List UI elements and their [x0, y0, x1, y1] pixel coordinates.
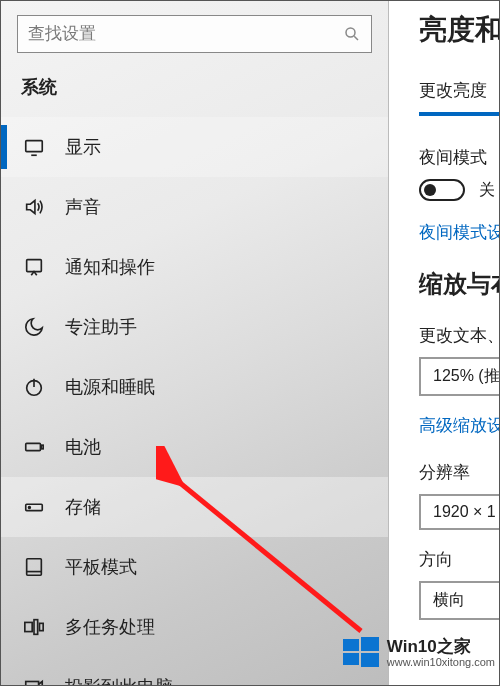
toggle-knob: [424, 184, 436, 196]
svg-rect-14: [25, 622, 32, 631]
nav-item-tablet-mode[interactable]: 平板模式: [1, 537, 388, 597]
nav-item-label: 通知和操作: [65, 255, 155, 279]
nav-item-battery[interactable]: 电池: [1, 417, 388, 477]
nav-item-label: 电池: [65, 435, 101, 459]
svg-point-0: [346, 28, 355, 37]
nav-item-power-sleep[interactable]: 电源和睡眠: [1, 357, 388, 417]
svg-rect-8: [26, 443, 41, 450]
svg-line-1: [354, 36, 358, 40]
scale-heading: 缩放与布: [419, 268, 500, 300]
nav-item-label: 投影到此电脑: [65, 675, 173, 686]
nav-item-label: 多任务处理: [65, 615, 155, 639]
svg-rect-2: [26, 141, 43, 152]
search-container: [1, 1, 388, 63]
storage-icon: [23, 496, 45, 518]
moon-icon: [23, 316, 45, 338]
text-scale-label: 更改文本、: [419, 324, 500, 347]
orientation-dropdown[interactable]: 横向: [419, 581, 500, 620]
nav-item-sound[interactable]: 声音: [1, 177, 388, 237]
svg-rect-16: [40, 623, 44, 630]
nav-item-label: 显示: [65, 135, 101, 159]
brightness-label: 更改亮度: [419, 79, 500, 102]
resolution-dropdown[interactable]: 1920 × 1: [419, 494, 500, 530]
svg-rect-15: [34, 620, 38, 635]
nav-item-label: 声音: [65, 195, 101, 219]
svg-rect-21: [361, 637, 379, 651]
toggle-state: 关: [479, 180, 495, 201]
night-mode-label: 夜间模式: [419, 146, 500, 169]
watermark: Win10之家 www.win10xitong.com: [337, 631, 499, 675]
windows-logo-icon: [341, 633, 381, 673]
nav-item-label: 电源和睡眠: [65, 375, 155, 399]
night-mode-toggle[interactable]: 关: [419, 179, 500, 201]
night-mode-settings-link[interactable]: 夜间模式设: [419, 221, 500, 244]
sound-icon: [23, 196, 45, 218]
nav-item-storage[interactable]: 存储: [1, 477, 388, 537]
resolution-label: 分辨率: [419, 461, 500, 484]
power-icon: [23, 376, 45, 398]
notifications-icon: [23, 256, 45, 278]
nav-item-label: 专注助手: [65, 315, 137, 339]
orientation-label: 方向: [419, 548, 500, 571]
advanced-scale-link[interactable]: 高级缩放设: [419, 414, 500, 437]
nav-item-label: 存储: [65, 495, 101, 519]
svg-rect-22: [343, 653, 359, 665]
nav-item-project[interactable]: 投影到此电脑: [1, 657, 388, 686]
scale-dropdown[interactable]: 125% (推: [419, 357, 500, 396]
settings-sidebar: 系统 显示 声音 通知和操作 专注助手 电源和睡眠 电池: [1, 1, 389, 685]
section-title: 系统: [1, 63, 388, 117]
tablet-icon: [23, 556, 45, 578]
brightness-slider[interactable]: [419, 112, 500, 116]
svg-rect-5: [27, 260, 42, 272]
nav-item-display[interactable]: 显示: [1, 117, 388, 177]
nav-item-multitasking[interactable]: 多任务处理: [1, 597, 388, 657]
svg-rect-20: [343, 639, 359, 651]
project-icon: [23, 676, 45, 686]
svg-point-11: [29, 507, 31, 509]
battery-icon: [23, 436, 45, 458]
svg-rect-23: [361, 653, 379, 667]
content-panel: 亮度和颜 更改亮度 夜间模式 关 夜间模式设 缩放与布 更改文本、 125% (…: [389, 1, 500, 685]
page-title: 亮度和颜: [419, 11, 500, 49]
watermark-title: Win10之家: [387, 638, 495, 657]
nav-item-notifications[interactable]: 通知和操作: [1, 237, 388, 297]
svg-rect-17: [26, 682, 39, 687]
toggle-switch[interactable]: [419, 179, 465, 201]
svg-marker-4: [27, 201, 35, 214]
search-input[interactable]: [28, 24, 343, 44]
display-icon: [23, 136, 45, 158]
svg-rect-12: [27, 559, 42, 576]
nav-item-focus-assist[interactable]: 专注助手: [1, 297, 388, 357]
svg-rect-9: [41, 445, 43, 449]
multitask-icon: [23, 616, 45, 638]
search-icon: [343, 25, 361, 43]
watermark-url: www.win10xitong.com: [387, 656, 495, 668]
search-box[interactable]: [17, 15, 372, 53]
nav-item-label: 平板模式: [65, 555, 137, 579]
